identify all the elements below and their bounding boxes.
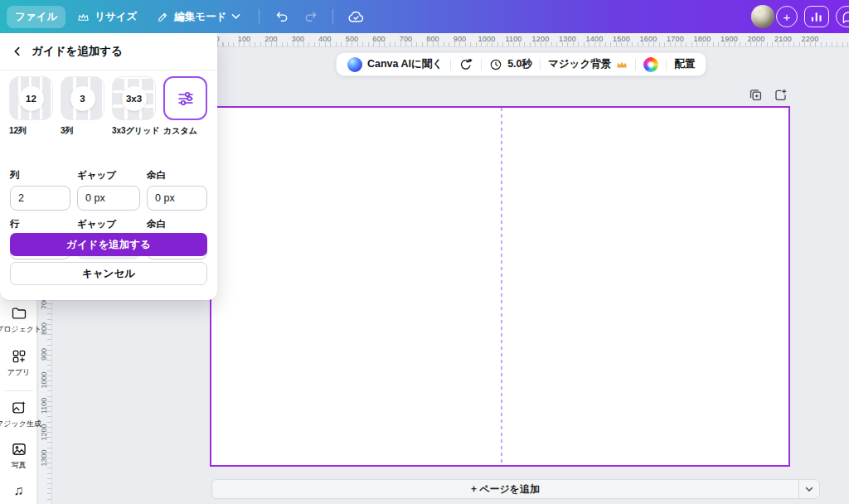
column-gap-input[interactable] bbox=[77, 186, 140, 211]
sidebar-item-photos[interactable]: 写真 bbox=[0, 441, 37, 471]
column-margin-field: 余白 bbox=[147, 169, 207, 211]
rows-label: 行 bbox=[10, 218, 70, 230]
duration-button[interactable]: 5.0秒 bbox=[489, 57, 532, 71]
ruler-label: 300 bbox=[292, 35, 305, 43]
pencil-icon bbox=[157, 11, 169, 23]
add-page-dropdown-button[interactable] bbox=[798, 480, 819, 498]
guide-presets: 12 12列 3 3列 3x3 3x3グリッド bbox=[9, 76, 207, 137]
file-menu-button[interactable]: ファイル bbox=[7, 6, 65, 28]
preset-custom[interactable]: カスタム bbox=[163, 76, 207, 137]
sidebar-item-magic-generate[interactable]: マジック生成 bbox=[0, 400, 37, 429]
insights-button[interactable] bbox=[804, 6, 829, 27]
color-wheel-icon bbox=[643, 57, 658, 72]
edit-mode-button[interactable]: 編集モード bbox=[148, 6, 249, 28]
column-guide-line bbox=[501, 108, 502, 465]
preset-label: 3列 bbox=[61, 125, 104, 137]
cloud-save-status-icon bbox=[343, 6, 368, 28]
magic-background-button[interactable]: マジック背景 bbox=[548, 57, 628, 71]
ruler-label: 1100 bbox=[505, 35, 522, 43]
design-page[interactable] bbox=[210, 106, 790, 467]
ruler-label: 2200 bbox=[802, 35, 819, 43]
column-gap-field: ギャップ bbox=[77, 169, 140, 211]
sidebar-item-audio[interactable]: ♫ bbox=[0, 483, 37, 498]
context-toolbar: Canva AIに聞く 5.0秒 マジック背景 bbox=[336, 52, 706, 76]
undo-button[interactable] bbox=[269, 6, 294, 28]
avatar[interactable] bbox=[751, 5, 774, 28]
chat-bubble-icon bbox=[842, 11, 849, 23]
toolbar-divider bbox=[540, 59, 541, 70]
panel-divider bbox=[0, 70, 217, 70]
columns-field: 列 bbox=[10, 169, 70, 211]
comments-button[interactable] bbox=[836, 6, 849, 27]
ruler-label: 1600 bbox=[640, 35, 657, 43]
panel-title: ガイドを追加する bbox=[32, 44, 123, 59]
color-button[interactable] bbox=[643, 57, 658, 72]
add-member-button[interactable]: + bbox=[776, 6, 798, 27]
add-guides-button[interactable]: ガイドを追加する bbox=[10, 233, 207, 256]
position-button[interactable]: 配置 bbox=[674, 57, 695, 71]
sidebar-item-apps[interactable]: アプリ bbox=[0, 348, 37, 378]
clock-icon bbox=[489, 58, 502, 71]
add-page-button[interactable]: + ページを追加 bbox=[212, 480, 798, 498]
ruler-label: 1300 bbox=[559, 35, 576, 43]
regenerate-button[interactable] bbox=[458, 57, 473, 72]
folder-icon bbox=[11, 305, 27, 322]
sidebar-divider bbox=[4, 390, 33, 391]
ruler-label: 1400 bbox=[586, 35, 604, 43]
column-margin-label: 余白 bbox=[147, 169, 207, 182]
panel-header: ガイドを追加する bbox=[0, 33, 217, 70]
preset-3x3-grid-tile: 3x3 bbox=[112, 76, 156, 120]
row-margin-label: 余白 bbox=[147, 218, 207, 230]
columns-input[interactable] bbox=[10, 186, 70, 211]
edit-mode-label: 編集モード bbox=[174, 10, 226, 24]
preset-label: 3x3グリッド bbox=[112, 125, 156, 137]
ruler-label: 2100 bbox=[774, 35, 792, 43]
sidebar-item-label: プロジェクト bbox=[0, 324, 41, 335]
preset-12-columns-tile: 12 bbox=[9, 76, 53, 120]
refresh-icon bbox=[458, 57, 473, 72]
ruler-label: 1800 bbox=[694, 35, 711, 43]
preset-3x3-grid[interactable]: 3x3 3x3グリッド bbox=[112, 76, 156, 137]
sidebar-item-label: マジック生成 bbox=[0, 419, 41, 429]
toolbar-divider bbox=[666, 59, 667, 70]
add-page-icon-button[interactable] bbox=[772, 86, 788, 103]
redo-button[interactable] bbox=[298, 6, 323, 28]
toolbar-divider bbox=[450, 59, 451, 70]
ruler-label: 800 bbox=[426, 35, 439, 43]
top-bar-right: + bbox=[751, 5, 849, 28]
ruler-label: 500 bbox=[346, 35, 359, 43]
ask-canva-ai-label: Canva AIに聞く bbox=[367, 57, 443, 71]
add-guides-panel: ガイドを追加する 12 12列 3 3列 3x3 3x3グリッド bbox=[0, 33, 217, 300]
resize-button[interactable]: リサイズ bbox=[69, 6, 145, 28]
duplicate-page-button[interactable] bbox=[747, 86, 764, 103]
preset-badge: 12 bbox=[19, 86, 44, 111]
cancel-button[interactable]: キャンセル bbox=[10, 262, 207, 285]
sliders-icon bbox=[176, 89, 196, 109]
add-page-label: + ページを追加 bbox=[471, 482, 540, 497]
position-label: 配置 bbox=[674, 57, 695, 71]
crown-icon bbox=[77, 12, 90, 22]
magic-background-label: マジック背景 bbox=[548, 57, 611, 71]
column-margin-input[interactable] bbox=[147, 186, 207, 211]
magic-media-icon bbox=[11, 400, 27, 416]
canva-editor: 0100200300400500600700800900100011001200… bbox=[0, 0, 849, 504]
ruler-label: 1000 bbox=[40, 368, 49, 393]
ask-canva-ai-button[interactable]: Canva AIに聞く bbox=[347, 57, 443, 72]
ruler-label: 600 bbox=[372, 35, 386, 43]
sidebar-item-projects[interactable]: プロジェクト bbox=[0, 305, 37, 335]
apps-icon bbox=[11, 348, 27, 365]
resize-label: リサイズ bbox=[95, 10, 137, 24]
toolbar-divider bbox=[635, 59, 636, 70]
preset-label: カスタム bbox=[163, 125, 207, 137]
back-icon[interactable] bbox=[12, 46, 23, 57]
preset-3-columns[interactable]: 3 3列 bbox=[61, 76, 104, 137]
preset-12-columns[interactable]: 12 12列 bbox=[9, 76, 53, 137]
ruler-label: 100 bbox=[238, 35, 251, 43]
sidebar-item-label: アプリ bbox=[7, 367, 31, 378]
top-bar-left: ファイル リサイズ 編集モード bbox=[0, 6, 368, 28]
ruler-label: 2000 bbox=[748, 35, 765, 43]
ruler-label: 1500 bbox=[613, 35, 630, 43]
preset-badge: 3 bbox=[70, 86, 95, 111]
sidebar-item-label: 写真 bbox=[12, 460, 27, 471]
top-bar-divider bbox=[332, 9, 333, 24]
